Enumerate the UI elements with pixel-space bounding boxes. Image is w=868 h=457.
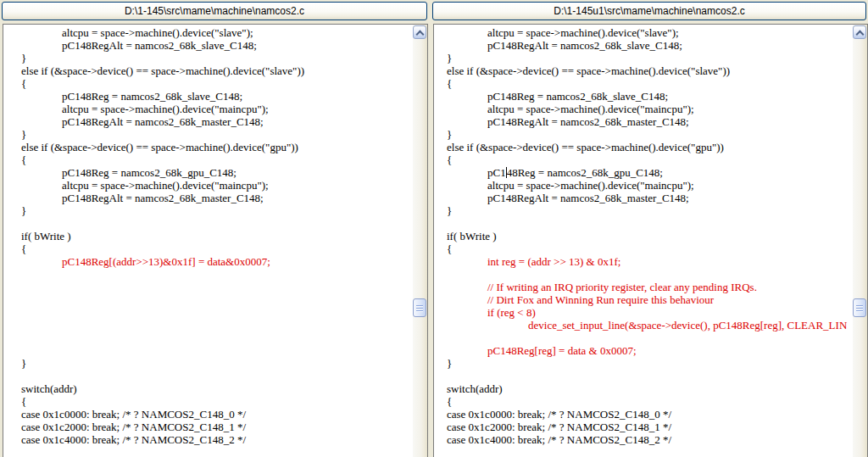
code-line: [21, 281, 413, 293]
code-line: [447, 332, 853, 344]
code-line: {: [447, 395, 853, 408]
code-line: }: [21, 204, 413, 217]
code-line: [447, 217, 853, 230]
code-line: pC148RegAlt = namcos2_68k_master_C148;: [21, 115, 413, 128]
code-line: {: [21, 395, 413, 408]
right-scrollbar-thumb[interactable]: [853, 298, 866, 317]
code-line: [21, 370, 413, 382]
right-vertical-scrollbar[interactable]: [853, 25, 867, 457]
code-line: case 0x1c0000: break; /* ? NAMCOS2_C148_…: [447, 408, 853, 421]
code-line: pC148Reg = namcos2_68k_slave_C148;: [21, 90, 413, 103]
code-line: [21, 293, 413, 306]
code-line: altcpu = space->machine().device("maincp…: [447, 103, 853, 115]
code-line: [21, 319, 413, 332]
code-line: [21, 268, 413, 281]
grip-icon: [856, 305, 863, 312]
grip-icon: [416, 305, 423, 312]
code-line: {: [21, 242, 413, 255]
code-line: [447, 268, 853, 281]
code-line: case 0x1c2000: break; /* ? NAMCOS2_C148_…: [21, 421, 413, 433]
code-line: pC148RegAlt = namcos2_68k_master_C148;: [447, 115, 853, 128]
code-line: else if (&space->device() == space->mach…: [447, 141, 853, 153]
code-line: case 0x1c4000: break; /* ? NAMCOS2_C148_…: [447, 433, 853, 446]
code-line: pC148Reg = namcos2_68k_slave_C148;: [447, 90, 853, 103]
code-line: {: [447, 153, 853, 166]
changed-code-line: pC148Reg[reg] = data & 0x0007;: [447, 344, 853, 357]
right-code-pane: altcpu = space->machine().device("slave"…: [433, 24, 868, 457]
code-line: }: [21, 357, 413, 370]
left-scrollbar-thumb[interactable]: [413, 298, 426, 317]
left-scroll-up-button[interactable]: [413, 25, 426, 39]
code-line: }: [447, 204, 853, 217]
code-line: [21, 306, 413, 319]
code-line: altcpu = space->machine().device("maincp…: [447, 179, 853, 192]
code-line: altcpu = space->machine().device("slave"…: [21, 26, 413, 39]
code-line: switch(addr): [21, 382, 413, 395]
code-line: {: [447, 77, 853, 90]
changed-code-line: // Dirt Fox and Winning Run require this…: [447, 293, 853, 306]
changed-code-line: device_set_input_line(&space->device(), …: [447, 319, 853, 332]
code-line: [21, 332, 413, 344]
left-code-editor[interactable]: altcpu = space->machine().device("slave"…: [3, 25, 413, 457]
code-line: else if (&space->device() == space->mach…: [21, 141, 413, 153]
code-line: pC148RegAlt = namcos2_68k_slave_C148;: [21, 39, 413, 52]
code-line: if( bWrite ): [447, 230, 853, 242]
code-line: else if (&space->device() == space->mach…: [21, 64, 413, 77]
code-line: [21, 344, 413, 357]
changed-code-line: int reg = (addr >> 13) & 0x1f;: [447, 255, 853, 268]
code-line: case 0x1c0000: break; /* ? NAMCOS2_C148_…: [21, 408, 413, 421]
code-line: altcpu = space->machine().device("slave"…: [447, 26, 853, 39]
file-compare-window: D:\1-145\src\mame\machine\namcos2.c D:\1…: [0, 0, 868, 457]
code-line: {: [447, 242, 853, 255]
code-line: }: [21, 128, 413, 141]
code-line: pC148RegAlt = namcos2_68k_master_C148;: [447, 192, 853, 204]
left-vertical-scrollbar[interactable]: [413, 25, 427, 457]
chevron-up-icon: [856, 31, 865, 39]
left-file-title-button[interactable]: D:\1-145\src\mame\machine\namcos2.c: [2, 2, 427, 20]
code-line: else if (&space->device() == space->mach…: [447, 64, 853, 77]
code-line: pC148RegAlt = namcos2_68k_master_C148;: [21, 192, 413, 204]
code-line: [21, 217, 413, 230]
right-scroll-up-button[interactable]: [853, 25, 866, 39]
code-line: {: [21, 77, 413, 90]
code-line: }: [447, 52, 853, 64]
code-line: {: [21, 153, 413, 166]
chevron-up-icon: [416, 31, 425, 39]
code-line: switch(addr): [447, 382, 853, 395]
changed-code-line: if (reg < 8): [447, 306, 853, 319]
right-code-editor[interactable]: altcpu = space->machine().device("slave"…: [434, 25, 853, 457]
code-line: }: [21, 52, 413, 64]
code-line: case 0x1c4000: break; /* ? NAMCOS2_C148_…: [21, 433, 413, 446]
code-line: case 0x1c2000: break; /* ? NAMCOS2_C148_…: [447, 421, 853, 433]
code-line: }: [447, 128, 853, 141]
changed-code-line: pC148Reg[(addr>>13)&0x1f] = data&0x0007;: [21, 255, 413, 268]
code-line: pC148RegAlt = namcos2_68k_slave_C148;: [447, 39, 853, 52]
code-line: pC148Reg = namcos2_68k_gpu_C148;: [21, 166, 413, 179]
code-line: [447, 370, 853, 382]
code-line: altcpu = space->machine().device("maincp…: [21, 179, 413, 192]
code-line: altcpu = space->machine().device("maincp…: [21, 103, 413, 115]
changed-code-line: // If writing an IRQ priority register, …: [447, 281, 853, 293]
code-line: if( bWrite ): [21, 230, 413, 242]
code-line: }: [447, 357, 853, 370]
left-code-pane: altcpu = space->machine().device("slave"…: [3, 24, 428, 457]
right-file-title-button[interactable]: D:\1-145u1\src\mame\machine\namcos2.c: [432, 2, 866, 20]
code-line: pC148Reg = namcos2_68k_gpu_C148;: [447, 166, 853, 179]
